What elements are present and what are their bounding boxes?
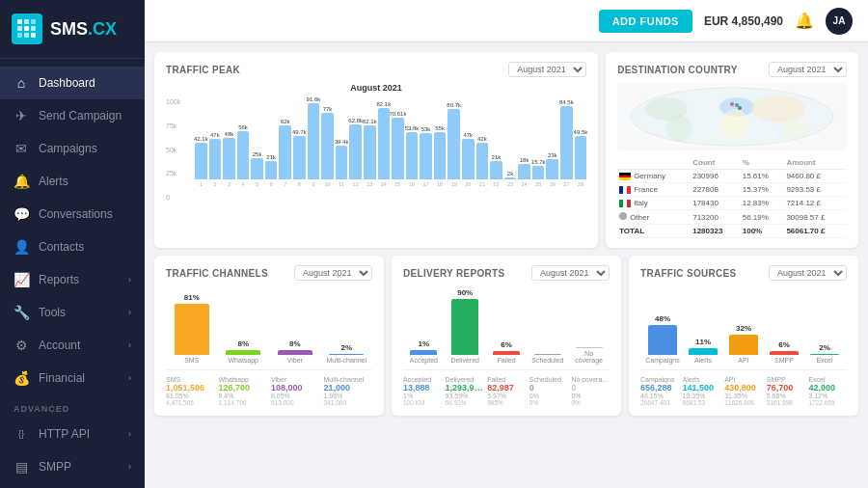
traffic-bar-wrap: 2k23 bbox=[504, 96, 517, 187]
sidebar-item-campaigns[interactable]: ✉ Campaigns bbox=[0, 132, 145, 165]
sidebar-item-alerts[interactable]: 🔔 Alerts bbox=[0, 165, 145, 198]
bar-value-label: 47k bbox=[463, 132, 473, 138]
sidebar: SMS.CX ⌂ Dashboard ✈ Send Campaign ✉ Cam… bbox=[0, 0, 145, 488]
bar-date-label: 19 bbox=[451, 181, 457, 187]
channels-period-select[interactable]: August 2021 bbox=[294, 265, 372, 281]
small-bar-bottom-label: Whatsapp bbox=[228, 357, 258, 364]
small-bar-wrap: 1%Accepted bbox=[407, 286, 441, 364]
destination-period-select[interactable]: August 2021 bbox=[769, 62, 847, 77]
stat-label: Delivered bbox=[446, 376, 484, 383]
traffic-bar bbox=[223, 138, 235, 179]
bar-date-label: 18 bbox=[437, 181, 443, 187]
nav-label: Reports bbox=[39, 273, 79, 286]
bar-date-label: 10 bbox=[324, 181, 330, 187]
small-bar-pct-label: 2% bbox=[340, 343, 352, 352]
traffic-bar bbox=[237, 131, 250, 179]
stat-item: Delivered1,293,98893.59%66.93% bbox=[446, 376, 484, 406]
sidebar-item-contacts[interactable]: 👤 Contacts bbox=[0, 230, 145, 263]
bar-date-label: 17 bbox=[422, 181, 428, 187]
sidebar-item-tools[interactable]: 🔧 Tools › bbox=[0, 296, 145, 329]
stat-sub: 0% bbox=[571, 393, 610, 399]
stat-value: 126,700 bbox=[219, 383, 268, 393]
smpp-chevron: › bbox=[128, 462, 131, 472]
svg-point-17 bbox=[730, 102, 734, 106]
sidebar-item-reports[interactable]: 📈 Reports › bbox=[0, 263, 145, 296]
sidebar-item-conversations[interactable]: 💬 Conversations bbox=[0, 198, 145, 230]
sidebar-item-dashboard[interactable]: ⌂ Dashboard bbox=[0, 67, 145, 99]
stat-sub2: 66.93% bbox=[446, 399, 484, 406]
stat-value: 1,293,988 bbox=[446, 383, 484, 393]
bar-value-label: 80.7k bbox=[447, 102, 461, 108]
svg-rect-4 bbox=[24, 26, 29, 31]
reports-chevron: › bbox=[128, 275, 131, 285]
bar-date-label: 13 bbox=[366, 181, 372, 187]
stat-item: Failed82,9875.97%985% bbox=[487, 376, 526, 406]
svg-rect-2 bbox=[31, 19, 36, 24]
bar-value-label: 48k bbox=[225, 131, 234, 137]
bar-value-label: 53.8k bbox=[405, 125, 420, 131]
bar-value-label: 91.6k bbox=[307, 96, 321, 102]
sidebar-item-send-campaign[interactable]: ✈ Send Campaign bbox=[0, 99, 145, 132]
dashboard-icon: ⌂ bbox=[14, 75, 29, 91]
bar-date-label: 22 bbox=[493, 181, 499, 187]
country-table-row: Italy17843012.83%7214.12 £ bbox=[617, 197, 847, 210]
stat-sub: 5.97% bbox=[487, 393, 526, 399]
traffic-bar-wrap: 21k22 bbox=[490, 96, 502, 187]
notification-bell-icon[interactable]: 🔔 bbox=[795, 12, 814, 30]
sources-period-select[interactable]: August 2021 bbox=[769, 265, 847, 281]
sidebar-item-account[interactable]: ⚙ Account › bbox=[0, 329, 145, 362]
account-chevron: › bbox=[128, 340, 131, 350]
stat-label: Whatsapp bbox=[219, 376, 268, 383]
country-table-row: France22780815.37%9293.53 £ bbox=[617, 183, 847, 197]
small-bar-wrap: 32%API bbox=[725, 286, 762, 364]
user-avatar[interactable]: JA bbox=[826, 8, 853, 35]
traffic-bar bbox=[560, 106, 573, 180]
small-bar-bottom-label: Multi-channel bbox=[326, 357, 366, 364]
stat-sub: 48.15% bbox=[640, 393, 679, 399]
stat-sub2: 1,114,700 bbox=[219, 399, 268, 406]
stat-sub: 81.05% bbox=[166, 393, 215, 399]
traffic-bar bbox=[321, 113, 334, 179]
bar-value-label: 62.8k bbox=[348, 118, 363, 123]
delivery-period-select[interactable]: August 2021 bbox=[531, 265, 610, 281]
stat-item: SMPP76,7005.68%3161.998 bbox=[767, 376, 805, 406]
add-funds-button[interactable]: ADD FUNDS bbox=[599, 10, 692, 33]
svg-point-15 bbox=[783, 122, 806, 139]
bar-value-label: 47k bbox=[210, 132, 220, 138]
top-cards-row: Traffic peak August 2021 August 2021 100… bbox=[154, 52, 858, 248]
bar-value-label: 62k bbox=[281, 119, 290, 124]
traffic-bar bbox=[546, 159, 558, 179]
bar-date-label: 4 bbox=[241, 181, 244, 187]
sources-title: Traffic sources bbox=[640, 268, 737, 279]
traffic-bar-wrap: 53.8k16 bbox=[406, 96, 419, 187]
small-bar-bottom-label: SMPP bbox=[774, 357, 794, 364]
stat-item: Excel42,0003.12%1722.669 bbox=[808, 376, 847, 406]
small-bar bbox=[576, 347, 603, 348]
destination-header: Destination country August 2021 bbox=[617, 62, 847, 77]
http-api-chevron: › bbox=[128, 429, 131, 439]
sidebar-item-excel[interactable]: 📊 Excel Plugin › bbox=[0, 483, 145, 488]
traffic-bar bbox=[279, 125, 291, 179]
traffic-bar-wrap: 47k20 bbox=[462, 96, 475, 187]
bar-value-label: 84.5k bbox=[559, 99, 574, 105]
bar-date-label: 26 bbox=[550, 181, 556, 187]
sidebar-item-financial[interactable]: 💰 Financial › bbox=[0, 362, 145, 394]
traffic-bar bbox=[448, 109, 460, 179]
dashboard: Traffic peak August 2021 August 2021 100… bbox=[145, 42, 868, 488]
bar-value-label: 82.1k bbox=[376, 101, 391, 107]
bar-date-label: 11 bbox=[339, 181, 344, 187]
country-table-row: Germany23099615.61%9460.80 £ bbox=[617, 170, 847, 183]
stat-value: 13,888 bbox=[403, 383, 442, 393]
stat-value: 21,000 bbox=[324, 383, 373, 393]
small-bar bbox=[278, 350, 312, 355]
stat-value: 141,500 bbox=[683, 383, 721, 393]
sidebar-item-smpp[interactable]: ▤ SMPP › bbox=[0, 450, 145, 483]
sidebar-item-http-api[interactable]: {} HTTP API › bbox=[0, 418, 145, 450]
destination-title: Destination country bbox=[617, 65, 738, 75]
svg-point-13 bbox=[721, 109, 748, 140]
bar-date-label: 7 bbox=[284, 181, 286, 187]
small-bar-wrap: 6%SMPP bbox=[766, 286, 802, 364]
nav-label: Alerts bbox=[39, 175, 68, 188]
traffic-peak-period-select[interactable]: August 2021 bbox=[508, 62, 586, 77]
traffic-bar bbox=[195, 143, 207, 179]
